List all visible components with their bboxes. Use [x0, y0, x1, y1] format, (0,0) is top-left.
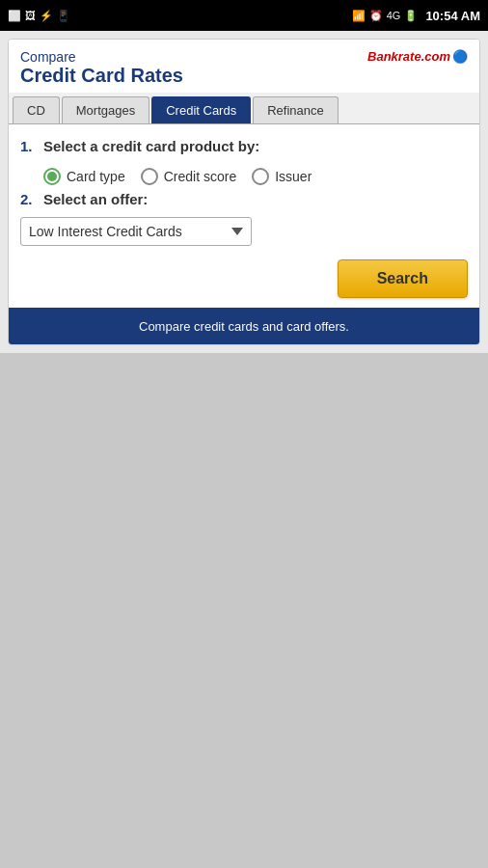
radio-group: Card type Credit score Issuer — [43, 168, 468, 185]
bankrate-logo: Bankrate.com 🔵 — [367, 49, 468, 64]
radio-credit-score[interactable]: Credit score — [141, 168, 236, 185]
compare-label: Compare — [20, 49, 183, 65]
signal-4g-icon: 4G — [387, 10, 401, 21]
step1-row: 1. Select a credit card product by: — [20, 138, 468, 154]
app-container: Compare Credit Card Rates Bankrate.com 🔵… — [0, 31, 488, 353]
tab-credit-cards[interactable]: Credit Cards — [151, 96, 251, 123]
radio-issuer[interactable]: Issuer — [252, 168, 312, 185]
step2-row: 2. Select an offer: — [20, 191, 468, 207]
phone-icon: 📱 — [57, 10, 70, 22]
step1-label: Select a credit card product by: — [43, 138, 259, 154]
step1-number: 1. — [20, 138, 38, 154]
dropdown-selected-text: Low Interest Credit Cards — [29, 224, 182, 239]
tabs-container: CD Mortgages Credit Cards Refinance — [9, 93, 479, 124]
tab-cd[interactable]: CD — [13, 96, 60, 123]
step2-number: 2. — [20, 191, 38, 207]
usb-icon: ⚡ — [40, 10, 53, 22]
battery-icon: 🔋 — [404, 10, 418, 22]
search-button-container: Search — [20, 259, 468, 298]
footer-bar: Compare credit cards and card offers. — [9, 308, 479, 344]
offer-dropdown[interactable]: Low Interest Credit Cards — [20, 217, 252, 246]
radio-circle-credit-score[interactable] — [141, 168, 158, 185]
alarm-icon: ⏰ — [369, 10, 383, 22]
status-bar-left: ⬜ 🖼 ⚡ 📱 — [8, 10, 70, 22]
radio-label-credit-score: Credit score — [164, 169, 236, 184]
tab-refinance[interactable]: Refinance — [253, 96, 339, 123]
radio-label-issuer: Issuer — [275, 169, 312, 184]
step2-label: Select an offer: — [43, 191, 148, 207]
card-header: Compare Credit Card Rates Bankrate.com 🔵 — [9, 40, 479, 93]
main-card: Compare Credit Card Rates Bankrate.com 🔵… — [8, 39, 480, 345]
radio-label-card-type: Card type — [67, 169, 125, 184]
photo-icon: 🖼 — [25, 10, 36, 21]
status-time: 10:54 AM — [425, 9, 480, 23]
bankrate-text: Bankrate.com — [367, 49, 450, 64]
sim-icon: 📶 — [352, 10, 366, 22]
status-bar-right: 📶 ⏰ 4G 🔋 10:54 AM — [352, 9, 480, 23]
page-title: Credit Card Rates — [20, 65, 183, 87]
status-bar: ⬜ 🖼 ⚡ 📱 📶 ⏰ 4G 🔋 10:54 AM — [0, 0, 488, 31]
sim-card-icon: ⬜ — [8, 10, 21, 22]
title-group: Compare Credit Card Rates — [20, 49, 183, 87]
bankrate-logo-icon: 🔵 — [452, 49, 468, 64]
search-button[interactable]: Search — [338, 259, 468, 298]
dropdown-container: Low Interest Credit Cards — [20, 217, 468, 246]
radio-card-type[interactable]: Card type — [43, 168, 125, 185]
radio-circle-issuer[interactable] — [252, 168, 269, 185]
footer-text: Compare credit cards and card offers. — [139, 319, 349, 334]
content-area: 1. Select a credit card product by: Card… — [9, 124, 479, 308]
radio-circle-card-type[interactable] — [43, 168, 61, 185]
background-fill — [0, 353, 488, 868]
tab-mortgages[interactable]: Mortgages — [62, 96, 149, 123]
dropdown-arrow-icon — [231, 228, 243, 235]
